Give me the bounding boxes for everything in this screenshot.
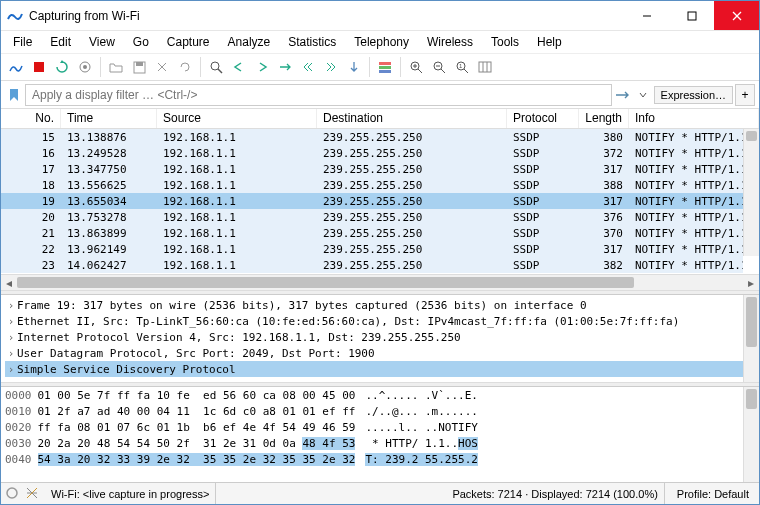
packet-row[interactable]: 1513.138876192.168.1.1239.255.255.250SSD… xyxy=(1,129,743,145)
menu-statistics[interactable]: Statistics xyxy=(280,33,344,51)
zoom-reset-icon[interactable]: 1 xyxy=(451,56,473,78)
expand-icon[interactable]: › xyxy=(5,299,17,312)
detail-node[interactable]: ›Internet Protocol Version 4, Src: 192.1… xyxy=(5,329,755,345)
svg-line-19 xyxy=(418,69,422,73)
hex-row[interactable]: 000001 00 5e 7f ff fa 10 fe ed 56 60 ca … xyxy=(5,389,755,405)
hex-row[interactable]: 001001 2f a7 ad 40 00 04 11 1c 6d c0 a8 … xyxy=(5,405,755,421)
details-vscrollbar[interactable] xyxy=(743,295,759,382)
expression-button[interactable]: Expression… xyxy=(654,86,733,104)
detail-node[interactable]: ›Frame 19: 317 bytes on wire (2536 bits)… xyxy=(5,297,755,313)
svg-point-29 xyxy=(7,488,17,498)
wireshark-logo-icon xyxy=(7,8,23,24)
svg-rect-15 xyxy=(379,70,391,73)
packet-list-vscrollbar[interactable] xyxy=(743,129,759,256)
detail-node[interactable]: ›User Datagram Protocol, Src Port: 2049,… xyxy=(5,345,755,361)
auto-scroll-icon[interactable] xyxy=(343,56,365,78)
go-forward-icon[interactable] xyxy=(251,56,273,78)
scroll-left-icon[interactable]: ◂ xyxy=(1,275,17,291)
detail-node[interactable]: ›Ethernet II, Src: Tp-LinkT_56:60:ca (10… xyxy=(5,313,755,329)
packet-details-pane[interactable]: ›Frame 19: 317 bytes on wire (2536 bits)… xyxy=(1,295,759,383)
zoom-in-icon[interactable] xyxy=(405,56,427,78)
svg-rect-26 xyxy=(479,62,491,72)
packet-row[interactable]: 1813.556625192.168.1.1239.255.255.250SSD… xyxy=(1,177,743,193)
start-capture-icon[interactable] xyxy=(5,56,27,78)
expand-icon[interactable]: › xyxy=(5,347,17,360)
column-header-length[interactable]: Length xyxy=(579,109,629,128)
bookmark-filter-icon[interactable] xyxy=(5,86,23,104)
svg-point-11 xyxy=(211,62,219,70)
packet-row[interactable]: 1913.655034192.168.1.1239.255.255.250SSD… xyxy=(1,193,743,209)
svg-line-25 xyxy=(464,69,468,73)
menu-view[interactable]: View xyxy=(81,33,123,51)
column-header-info[interactable]: Info xyxy=(629,109,759,128)
packet-row[interactable]: 2213.962149192.168.1.1239.255.255.250SSD… xyxy=(1,241,743,257)
status-profile[interactable]: Profile: Default xyxy=(671,483,755,504)
menu-help[interactable]: Help xyxy=(529,33,570,51)
close-file-icon[interactable] xyxy=(151,56,173,78)
svg-rect-13 xyxy=(379,62,391,65)
resize-columns-icon[interactable] xyxy=(474,56,496,78)
save-file-icon[interactable] xyxy=(128,56,150,78)
menu-go[interactable]: Go xyxy=(125,33,157,51)
filter-dropdown-icon[interactable] xyxy=(634,86,652,104)
stop-capture-icon[interactable] xyxy=(28,56,50,78)
packet-bytes-pane[interactable]: 000001 00 5e 7f ff fa 10 fe ed 56 60 ca … xyxy=(1,387,759,482)
expert-info-icon[interactable] xyxy=(25,486,39,502)
menu-edit[interactable]: Edit xyxy=(42,33,79,51)
packet-row[interactable]: 2314.062427192.168.1.1239.255.255.250SSD… xyxy=(1,257,743,273)
expand-icon[interactable]: › xyxy=(5,363,17,376)
menu-analyze[interactable]: Analyze xyxy=(220,33,279,51)
menu-wireless[interactable]: Wireless xyxy=(419,33,481,51)
packet-row[interactable]: 1713.347750192.168.1.1239.255.255.250SSD… xyxy=(1,161,743,177)
svg-line-12 xyxy=(218,69,222,73)
menu-file[interactable]: File xyxy=(5,33,40,51)
toolbar-separator xyxy=(400,57,401,77)
go-last-icon[interactable] xyxy=(320,56,342,78)
status-interface: Wi-Fi: <live capture in progress> xyxy=(45,483,216,504)
packet-list-header[interactable]: No. Time Source Destination Protocol Len… xyxy=(1,109,759,129)
toolbar-separator xyxy=(200,57,201,77)
menu-tools[interactable]: Tools xyxy=(483,33,527,51)
hex-row[interactable]: 0020ff fa 08 01 07 6c 01 1b b6 ef 4e 4f … xyxy=(5,421,755,437)
column-header-time[interactable]: Time xyxy=(61,109,157,128)
packet-list-pane: No. Time Source Destination Protocol Len… xyxy=(1,109,759,291)
column-header-no[interactable]: No. xyxy=(1,109,61,128)
expand-icon[interactable]: › xyxy=(5,331,17,344)
packet-list-rows[interactable]: 1513.138876192.168.1.1239.255.255.250SSD… xyxy=(1,129,759,274)
packet-row[interactable]: 1613.249528192.168.1.1239.255.255.250SSD… xyxy=(1,145,743,161)
menu-capture[interactable]: Capture xyxy=(159,33,218,51)
column-header-destination[interactable]: Destination xyxy=(317,109,507,128)
zoom-out-icon[interactable] xyxy=(428,56,450,78)
capture-options-icon[interactable] xyxy=(74,56,96,78)
go-to-packet-icon[interactable] xyxy=(274,56,296,78)
packet-row[interactable]: 2113.863899192.168.1.1239.255.255.250SSD… xyxy=(1,225,743,241)
hex-row[interactable]: 004054 3a 20 32 33 39 2e 32 35 35 2e 32 … xyxy=(5,453,755,469)
packet-list-hscrollbar[interactable]: ◂ ▸ xyxy=(1,274,759,290)
expand-icon[interactable]: › xyxy=(5,315,17,328)
maximize-button[interactable] xyxy=(669,1,714,30)
colorize-icon[interactable] xyxy=(374,56,396,78)
column-header-source[interactable]: Source xyxy=(157,109,317,128)
go-first-icon[interactable] xyxy=(297,56,319,78)
window-title: Capturing from Wi-Fi xyxy=(29,9,140,23)
scroll-right-icon[interactable]: ▸ xyxy=(743,275,759,291)
bytes-vscrollbar[interactable] xyxy=(743,387,759,482)
svg-rect-8 xyxy=(136,62,143,66)
detail-node[interactable]: ›Simple Service Discovery Protocol xyxy=(5,361,755,377)
hex-row[interactable]: 003020 2a 20 48 54 54 50 2f 31 2e 31 0d … xyxy=(5,437,755,453)
display-filter-input[interactable] xyxy=(25,84,612,106)
menubar: FileEditViewGoCaptureAnalyzeStatisticsTe… xyxy=(1,31,759,53)
open-file-icon[interactable] xyxy=(105,56,127,78)
minimize-button[interactable] xyxy=(624,1,669,30)
go-back-icon[interactable] xyxy=(228,56,250,78)
filter-arrow-icon[interactable] xyxy=(614,86,632,104)
column-header-protocol[interactable]: Protocol xyxy=(507,109,579,128)
reload-icon[interactable] xyxy=(174,56,196,78)
close-button[interactable] xyxy=(714,1,759,30)
find-packet-icon[interactable] xyxy=(205,56,227,78)
add-filter-button[interactable]: + xyxy=(735,84,755,106)
packet-row[interactable]: 2013.753278192.168.1.1239.255.255.250SSD… xyxy=(1,209,743,225)
menu-telephony[interactable]: Telephony xyxy=(346,33,417,51)
window-controls xyxy=(624,1,759,30)
restart-capture-icon[interactable] xyxy=(51,56,73,78)
